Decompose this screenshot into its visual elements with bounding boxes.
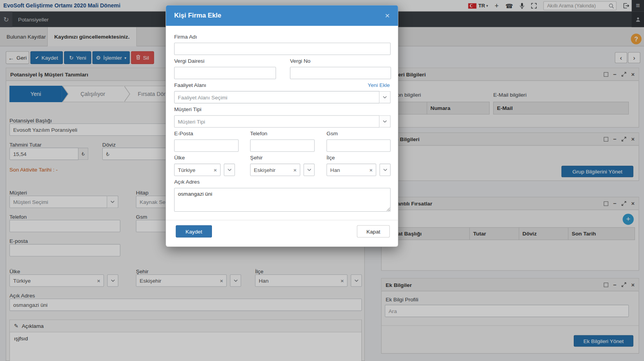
customer-type-select[interactable]: Müşteri Tipi <box>174 115 391 128</box>
gsm-label: Gsm <box>327 131 338 137</box>
add-company-modal: Kişi Firma Ekle × Firma Adı Vergi Daires… <box>165 5 398 247</box>
modal-title: Kişi Firma Ekle <box>174 12 221 19</box>
customer-type-label: Müşteri Tipi <box>174 106 201 113</box>
customer-type-value: Müşteri Tipi <box>174 115 379 128</box>
district-label: İlçe <box>327 155 335 161</box>
district-value: Han <box>330 167 340 173</box>
remove-tag-icon[interactable]: × <box>214 167 217 173</box>
tax-number-input[interactable] <box>290 67 391 80</box>
company-name-label: Firma Adı <box>174 34 197 40</box>
email-label: E-Posta <box>174 131 193 137</box>
address-textarea[interactable]: osmangazi üni <box>174 188 391 212</box>
remove-tag-icon[interactable]: × <box>369 167 372 173</box>
chevron-down-icon[interactable] <box>379 91 390 104</box>
modal-save-button[interactable]: Kaydet <box>176 225 212 238</box>
activity-field-value: Faaliyet Alanı Seçimi <box>174 91 379 104</box>
address-label: Açık Adres <box>174 179 199 185</box>
modal-header: Kişi Firma Ekle × <box>166 5 398 26</box>
tax-office-input[interactable] <box>174 67 276 80</box>
app-window: EvoSoft Geliştirme Ortamı 2020 Mali Döne… <box>0 0 644 361</box>
district-select[interactable]: Han× <box>327 164 391 176</box>
remove-tag-icon[interactable]: × <box>294 167 297 173</box>
phone-input[interactable] <box>250 140 315 152</box>
city-value: Eskişehir <box>254 167 276 173</box>
company-name-input[interactable] <box>174 42 391 55</box>
country-label: Ülke <box>174 155 185 161</box>
activity-field-label: Faaliyet Alanı <box>174 82 206 88</box>
close-icon[interactable]: × <box>385 11 390 19</box>
activity-field-select[interactable]: Faaliyet Alanı Seçimi <box>174 91 391 104</box>
chevron-down-icon[interactable] <box>304 164 315 176</box>
city-label: Şehir <box>250 155 263 161</box>
chevron-down-icon[interactable] <box>379 164 390 176</box>
modal-close-button[interactable]: Kapat <box>357 225 390 238</box>
country-value: Türkiye <box>178 167 196 173</box>
country-select[interactable]: Türkiye× <box>174 164 235 176</box>
footer-divider <box>166 220 398 220</box>
chevron-down-icon[interactable] <box>224 164 235 176</box>
email-input[interactable] <box>174 140 238 152</box>
chevron-down-icon[interactable] <box>379 115 390 128</box>
tax-number-label: Vergi No <box>290 58 310 64</box>
add-new-link[interactable]: Yeni Ekle <box>368 82 390 88</box>
tax-office-label: Vergi Dairesi <box>174 58 205 64</box>
city-select[interactable]: Eskişehir× <box>250 164 315 176</box>
phone-label: Telefon <box>250 131 267 137</box>
gsm-input[interactable] <box>327 140 391 152</box>
